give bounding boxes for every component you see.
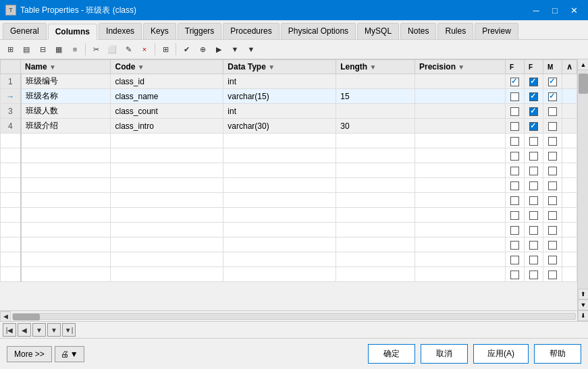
tab-triggers[interactable]: Triggers bbox=[178, 23, 222, 39]
tab-physical-options[interactable]: Physical Options bbox=[281, 23, 356, 39]
cell-m-1[interactable] bbox=[543, 74, 562, 89]
sort-name-icon[interactable]: ▼ bbox=[49, 63, 56, 71]
checkbox-m-2[interactable] bbox=[548, 92, 557, 101]
table-scroll-area[interactable]: Name ▼ Code ▼ Data Type ▼ Length ▼ Preci… bbox=[0, 59, 588, 310]
tb-btn-2[interactable]: ▤ bbox=[19, 42, 34, 57]
cell-f2-3[interactable] bbox=[525, 104, 543, 119]
tab-procedures[interactable]: Procedures bbox=[223, 23, 279, 39]
checkbox-f1-4[interactable] bbox=[510, 122, 519, 131]
scroll-track[interactable] bbox=[578, 70, 588, 289]
scroll-top-button[interactable]: ⬆ bbox=[578, 289, 588, 300]
nav-first-button[interactable]: |◀ bbox=[3, 323, 16, 337]
cell-name-3[interactable]: 班级人数 bbox=[21, 104, 111, 119]
tab-notes[interactable]: Notes bbox=[400, 23, 436, 39]
tb-btn-6[interactable]: ✂ bbox=[88, 42, 103, 57]
cell-name-2[interactable]: 班级名称 bbox=[21, 89, 111, 104]
checkbox-f1-3[interactable] bbox=[510, 107, 519, 116]
checkbox-f1-2[interactable] bbox=[510, 92, 519, 101]
checkbox-f1-1[interactable] bbox=[510, 78, 519, 86]
tb-btn-12[interactable]: ⊕ bbox=[195, 42, 210, 57]
minimize-button[interactable]: ─ bbox=[527, 3, 545, 18]
cell-m-4[interactable] bbox=[543, 119, 562, 134]
cell-code-4[interactable]: class_intro bbox=[111, 119, 223, 134]
cell-datatype-1[interactable]: int bbox=[223, 74, 336, 89]
nav-last-button[interactable]: ▼| bbox=[62, 323, 76, 337]
cell-f1-3[interactable] bbox=[506, 104, 525, 119]
cell-f2-4[interactable] bbox=[525, 119, 543, 134]
cancel-button[interactable]: 取消 bbox=[421, 344, 468, 364]
nav-down-button[interactable]: ▼ bbox=[47, 323, 61, 337]
tb-btn-4[interactable]: ▦ bbox=[51, 42, 66, 57]
cell-code-3[interactable]: class_count bbox=[111, 104, 223, 119]
more-button[interactable]: More >> bbox=[7, 346, 52, 362]
checkbox-m-4[interactable] bbox=[548, 122, 557, 131]
cell-precision-1[interactable] bbox=[415, 74, 506, 89]
horizontal-scrollbar[interactable]: ◀ ▶ bbox=[0, 310, 588, 321]
checkbox-m-3[interactable] bbox=[548, 107, 557, 116]
th-expand[interactable]: ∧ bbox=[562, 60, 577, 74]
tb-btn-5[interactable]: ≡ bbox=[68, 42, 82, 57]
scroll-left-button[interactable]: ◀ bbox=[0, 311, 11, 322]
cell-length-2[interactable]: 15 bbox=[336, 89, 415, 104]
tab-indexes[interactable]: Indexes bbox=[99, 23, 142, 39]
checkbox-f2-2[interactable] bbox=[529, 92, 538, 101]
cell-m-3[interactable] bbox=[543, 104, 562, 119]
cell-precision-3[interactable] bbox=[415, 104, 506, 119]
tab-columns[interactable]: Columns bbox=[48, 24, 97, 40]
tb-btn-8[interactable]: ✎ bbox=[121, 42, 136, 57]
print-button[interactable]: 🖨 ▼ bbox=[55, 346, 84, 362]
apply-button[interactable]: 应用(A) bbox=[473, 344, 529, 364]
cell-f1-4[interactable] bbox=[506, 119, 525, 134]
cell-datatype-2[interactable]: varchar(15) bbox=[223, 89, 336, 104]
cell-length-4[interactable]: 30 bbox=[336, 119, 415, 134]
cell-name-1[interactable]: 班级编号 bbox=[21, 74, 111, 89]
cell-precision-2[interactable] bbox=[415, 89, 506, 104]
cell-length-3[interactable] bbox=[336, 104, 415, 119]
tb-btn-7[interactable]: ⬜ bbox=[105, 42, 119, 57]
cell-f1-1[interactable] bbox=[506, 74, 525, 89]
help-button[interactable]: 帮助 bbox=[534, 344, 581, 364]
scroll-up-button[interactable]: ▲ bbox=[578, 59, 588, 70]
sort-length-icon[interactable]: ▼ bbox=[370, 63, 377, 71]
checkbox-f2-4[interactable] bbox=[529, 122, 538, 131]
sort-precision-icon[interactable]: ▼ bbox=[458, 63, 464, 71]
tb-btn-1[interactable]: ⊞ bbox=[3, 42, 18, 57]
checkbox-m-1[interactable] bbox=[548, 78, 557, 86]
cell-f2-1[interactable] bbox=[525, 74, 543, 89]
cell-length-1[interactable] bbox=[336, 74, 415, 89]
nav-next-button[interactable]: ▼ bbox=[32, 323, 46, 337]
cell-f1-2[interactable] bbox=[506, 89, 525, 104]
checkbox-f2-3[interactable] bbox=[529, 107, 538, 116]
checkbox-f2-1[interactable] bbox=[529, 78, 538, 86]
scroll-bottom-button[interactable]: ⬇ bbox=[578, 310, 588, 321]
cell-precision-4[interactable] bbox=[415, 119, 506, 134]
tab-preview[interactable]: Preview bbox=[475, 23, 518, 39]
tb-btn-15[interactable]: ▼ bbox=[244, 42, 259, 57]
tb-btn-10[interactable]: ⊞ bbox=[158, 42, 173, 57]
h-scroll-thumb[interactable] bbox=[13, 314, 40, 320]
cell-m-2[interactable] bbox=[543, 89, 562, 104]
tab-general[interactable]: General bbox=[3, 23, 47, 39]
cell-datatype-4[interactable]: varchar(30) bbox=[223, 119, 336, 134]
tab-keys[interactable]: Keys bbox=[143, 23, 176, 39]
confirm-button[interactable]: 确定 bbox=[368, 344, 415, 364]
vertical-scrollbar[interactable]: ▲ ⬆ ▼ ⬇ bbox=[577, 59, 588, 321]
tab-rules[interactable]: Rules bbox=[437, 23, 473, 39]
maximize-button[interactable]: □ bbox=[546, 3, 564, 18]
tb-btn-9[interactable]: × bbox=[137, 42, 152, 57]
cell-datatype-3[interactable]: int bbox=[223, 104, 336, 119]
cell-code-1[interactable]: class_id bbox=[111, 74, 223, 89]
cell-code-2[interactable]: class_name bbox=[111, 89, 223, 104]
close-button[interactable]: ✕ bbox=[565, 3, 583, 18]
tab-mysql[interactable]: MySQL bbox=[357, 23, 399, 39]
cell-f2-2[interactable] bbox=[525, 89, 543, 104]
scroll-thumb[interactable] bbox=[579, 74, 588, 94]
nav-prev-button[interactable]: ◀ bbox=[18, 323, 31, 337]
cell-name-4[interactable]: 班级介绍 bbox=[21, 119, 111, 134]
h-scroll-track[interactable] bbox=[12, 313, 576, 320]
tb-btn-14[interactable]: ▼ bbox=[228, 42, 242, 57]
tb-btn-13[interactable]: ▶ bbox=[211, 42, 226, 57]
sort-datatype-icon[interactable]: ▼ bbox=[268, 63, 275, 71]
scroll-down-button[interactable]: ▼ bbox=[578, 300, 588, 310]
sort-code-icon[interactable]: ▼ bbox=[138, 63, 144, 71]
